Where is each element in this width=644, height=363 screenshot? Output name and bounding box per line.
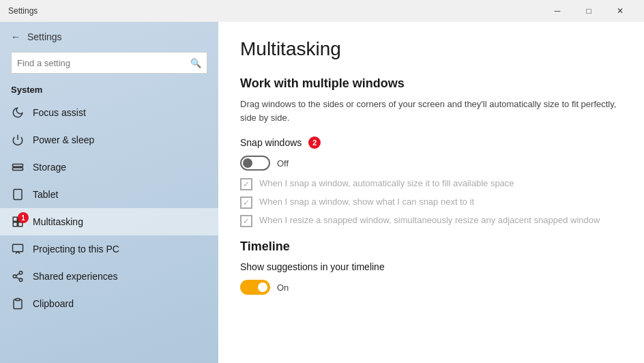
sidebar-item-label: Power & sleep [33, 134, 94, 145]
titlebar: Settings ─ □ ✕ [0, 0, 644, 22]
svg-line-13 [16, 277, 19, 279]
sidebar-item-multitasking[interactable]: 1 Multitasking [0, 208, 218, 235]
moon-icon [11, 106, 25, 119]
svg-point-10 [19, 272, 23, 275]
search-icon: 🔍 [190, 58, 201, 68]
app-body: ← Settings 🔍 System Focus assist [0, 22, 644, 363]
section-windows-title: Work with multiple windows [240, 76, 622, 91]
project-icon [11, 242, 25, 256]
section-windows-desc: Drag windows to the sides or corners of … [240, 98, 622, 124]
snap-windows-label: Snap windows [240, 137, 302, 148]
snap-checkbox-2-label: When I snap a window, show what I can sn… [259, 196, 474, 208]
svg-rect-15 [16, 299, 20, 301]
snap-checkbox-3-row: When I resize a snapped window, simultan… [240, 214, 622, 227]
clipboard-icon [11, 297, 25, 310]
sidebar: ← Settings 🔍 System Focus assist [0, 22, 218, 363]
sidebar-back-label: Settings [27, 31, 62, 42]
section-timeline-title: Timeline [240, 239, 622, 254]
tablet-icon [11, 188, 25, 201]
power-icon [11, 133, 25, 147]
sidebar-item-clipboard[interactable]: Clipboard [0, 290, 218, 317]
svg-point-11 [13, 275, 16, 278]
snap-checkbox-1-label: When I snap a window, automatically size… [259, 177, 514, 190]
storage-icon [11, 160, 25, 174]
snap-checkbox-2-row: When I snap a window, show what I can sn… [240, 196, 622, 209]
sidebar-item-storage[interactable]: Storage [0, 154, 218, 181]
sidebar-item-projecting[interactable]: Projecting to this PC [0, 235, 218, 263]
sidebar-item-label: Shared experiences [33, 271, 118, 282]
share-icon [11, 270, 25, 283]
sidebar-item-label: Tablet [33, 189, 58, 200]
search-input[interactable] [17, 58, 190, 68]
snap-toggle-label: Off [277, 158, 289, 169]
sidebar-item-power-sleep[interactable]: Power & sleep [0, 126, 218, 154]
sidebar-item-label: Focus assist [33, 107, 86, 118]
sidebar-section-title: System [0, 82, 218, 99]
snap-checkbox-1[interactable] [240, 178, 252, 190]
svg-line-14 [16, 274, 19, 276]
page-title: Multitasking [240, 38, 622, 60]
maximize-button[interactable]: □ [573, 0, 604, 22]
timeline-setting-label: Show suggestions in your timeline [240, 261, 385, 272]
snap-windows-toggle[interactable] [240, 156, 270, 171]
svg-rect-2 [13, 168, 23, 171]
svg-rect-5 [13, 217, 17, 221]
main-panel: Multitasking Work with multiple windows … [218, 22, 644, 363]
search-box[interactable]: 🔍 [11, 52, 207, 74]
snap-checkbox-1-row: When I snap a window, automatically size… [240, 177, 622, 190]
timeline-toggle-label: On [277, 282, 289, 293]
sidebar-item-shared[interactable]: Shared experiences [0, 263, 218, 290]
back-arrow-icon: ← [11, 31, 20, 42]
sidebar-item-label: Clipboard [33, 298, 74, 309]
titlebar-controls: ─ □ ✕ [542, 0, 636, 22]
snap-checkbox-3[interactable] [240, 215, 252, 227]
sidebar-item-label: Multitasking [33, 216, 83, 227]
svg-point-12 [19, 278, 23, 282]
sidebar-item-tablet[interactable]: Tablet [0, 181, 218, 208]
timeline-toggle-row: On [240, 280, 622, 295]
minimize-button[interactable]: ─ [542, 0, 573, 22]
close-button[interactable]: ✕ [604, 0, 636, 22]
snap-checkbox-2[interactable] [240, 197, 252, 209]
snap-badge: 2 [308, 136, 321, 149]
svg-rect-9 [13, 244, 23, 252]
svg-rect-7 [13, 222, 17, 227]
timeline-suggestions-toggle[interactable] [240, 280, 270, 295]
sidebar-item-label: Projecting to this PC [33, 244, 119, 255]
sidebar-item-badge: 1 [18, 212, 29, 223]
sidebar-item-focus-assist[interactable]: Focus assist [0, 99, 218, 126]
sidebar-back[interactable]: ← Settings [0, 22, 218, 48]
snap-windows-row: Snap windows 2 [240, 136, 622, 149]
svg-rect-1 [13, 164, 23, 167]
sidebar-item-label: Storage [33, 162, 66, 173]
titlebar-title: Settings [8, 6, 542, 16]
snap-toggle-row: Off [240, 156, 622, 171]
snap-checkbox-3-label: When I resize a snapped window, simultan… [259, 214, 600, 227]
